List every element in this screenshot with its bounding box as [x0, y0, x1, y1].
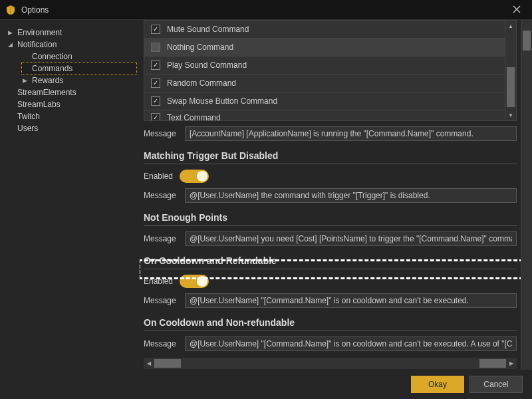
cooldown-refund-enabled-row: Enabled: [144, 275, 517, 288]
scroll-down-icon[interactable]: ▼: [521, 359, 532, 370]
window-title: Options: [21, 5, 507, 15]
section-title-cooldown-norefund: On Cooldown and Non-refundable: [144, 317, 517, 328]
points-message-row: Message: [144, 231, 517, 246]
disabled-message-row: Message: [144, 188, 517, 203]
tree-item-rewards[interactable]: ▶Rewards: [21, 74, 137, 86]
section-title-points: Not Enough Points: [144, 212, 517, 223]
content-inner: Mute Sound Command Nothing Command Play …: [140, 20, 521, 370]
window-body: ▶Environment ◢Notification ▶Connection ▶…: [0, 20, 532, 370]
command-list-scrollbar[interactable]: ▲ ▼: [505, 20, 517, 121]
chevron-right-icon: ▶: [8, 27, 15, 39]
nav-tree: ▶Environment ◢Notification ▶Connection ▶…: [7, 27, 137, 134]
command-item-text[interactable]: Text Command: [144, 110, 505, 120]
command-item-nothing[interactable]: Nothing Command: [144, 38, 505, 56]
message-label: Message: [144, 234, 180, 243]
divider: [144, 331, 517, 331]
tree-label: Commands: [32, 63, 72, 74]
command-item-random[interactable]: Random Command: [144, 74, 505, 92]
tree-label: Twitch: [17, 110, 40, 122]
checkbox-icon[interactable]: [151, 96, 160, 106]
scroll-down-icon[interactable]: ▼: [505, 110, 516, 120]
message-label: Message: [144, 191, 180, 200]
tree-item-commands[interactable]: ▶Commands: [21, 63, 137, 74]
app-icon: [5, 5, 16, 15]
command-label: Swap Mouse Button Command: [167, 96, 277, 106]
command-item-swap-mouse[interactable]: Swap Mouse Button Command: [144, 92, 505, 110]
sidebar: ▶Environment ◢Notification ▶Connection ▶…: [0, 20, 140, 370]
footer: Okay Cancel: [0, 370, 532, 399]
tree-label: Rewards: [32, 74, 63, 86]
tree-item-environment[interactable]: ▶Environment: [7, 27, 137, 39]
tree-label: Notification: [17, 39, 57, 51]
checkbox-icon[interactable]: [151, 61, 160, 70]
command-label: Mute Sound Command: [167, 25, 249, 34]
horizontal-scrollbar[interactable]: ◀ ▶: [144, 358, 517, 369]
command-label: Text Command: [167, 113, 221, 121]
checkbox-icon[interactable]: [151, 25, 160, 34]
cooldown-refund-enabled-toggle[interactable]: [180, 275, 209, 288]
tree-label: StreamElements: [17, 86, 76, 98]
divider: [144, 164, 517, 164]
disabled-enabled-row: Enabled: [144, 170, 517, 183]
tree-label: Environment: [17, 27, 62, 39]
command-label: Random Command: [167, 78, 236, 88]
tree-item-twitch[interactable]: ▶Twitch: [7, 110, 137, 122]
scroll-thumb[interactable]: [507, 67, 515, 107]
checkbox-icon[interactable]: [151, 78, 160, 88]
enabled-label: Enabled: [144, 277, 173, 286]
divider: [144, 269, 517, 269]
scroll-thumb[interactable]: [479, 359, 506, 368]
tree-label: StreamLabs: [17, 98, 61, 110]
running-message-input[interactable]: [185, 126, 517, 141]
command-label: Play Sound Command: [167, 61, 247, 70]
cooldown-norefund-message-input[interactable]: [185, 336, 517, 351]
cancel-button[interactable]: Cancel: [469, 376, 523, 393]
scroll-up-icon[interactable]: ▲: [505, 21, 516, 31]
options-window: Options ▶Environment ◢Notification ▶Conn…: [0, 0, 532, 399]
scroll-up-icon[interactable]: ▲: [521, 20, 532, 31]
divider: [144, 225, 517, 226]
titlebar: Options: [0, 0, 532, 20]
scroll-thumb[interactable]: [154, 359, 181, 368]
chevron-down-icon: ◢: [8, 39, 15, 51]
message-label: Message: [144, 129, 180, 138]
disabled-message-input[interactable]: [185, 188, 517, 203]
running-message-row: Message: [144, 126, 517, 141]
tree-label: Connection: [32, 51, 72, 63]
scroll-thumb[interactable]: [523, 31, 531, 51]
tree-item-connection[interactable]: ▶Connection: [21, 51, 137, 63]
content-area: Mute Sound Command Nothing Command Play …: [140, 20, 532, 370]
enabled-label: Enabled: [144, 172, 173, 181]
command-list: Mute Sound Command Nothing Command Play …: [144, 20, 505, 121]
close-button[interactable]: [507, 5, 527, 15]
tree-label: Users: [17, 122, 38, 134]
tree-item-streamlabs[interactable]: ▶StreamLabs: [7, 98, 137, 110]
section-title-disabled: Matching Trigger But Disabled: [144, 150, 517, 161]
message-label: Message: [144, 339, 180, 348]
command-label: Nothing Command: [167, 43, 233, 52]
okay-button[interactable]: Okay: [411, 376, 464, 393]
disabled-enabled-toggle[interactable]: [180, 170, 209, 183]
command-item-play-sound[interactable]: Play Sound Command: [144, 56, 505, 74]
cooldown-refund-message-row: Message: [144, 293, 517, 308]
points-message-input[interactable]: [185, 231, 517, 246]
cooldown-refund-message-input[interactable]: [185, 293, 517, 308]
section-title-cooldown-refund: On Cooldown and Refundable: [144, 255, 517, 266]
scroll-left-icon[interactable]: ◀: [144, 360, 154, 366]
content-scrollbar[interactable]: ▲ ▼: [521, 20, 532, 370]
checkbox-icon[interactable]: [151, 113, 160, 121]
cooldown-norefund-message-row: Message: [144, 336, 517, 351]
tree-item-streamelements[interactable]: ▶StreamElements: [7, 86, 137, 98]
scroll-right-icon[interactable]: ▶: [506, 360, 517, 366]
chevron-right-icon: ▶: [23, 74, 29, 86]
message-label: Message: [144, 296, 180, 305]
command-item-mute-sound[interactable]: Mute Sound Command: [144, 21, 505, 38]
checkbox-icon[interactable]: [151, 43, 160, 52]
tree-item-notification[interactable]: ◢Notification: [7, 39, 137, 51]
tree-item-users[interactable]: ▶Users: [7, 122, 137, 134]
